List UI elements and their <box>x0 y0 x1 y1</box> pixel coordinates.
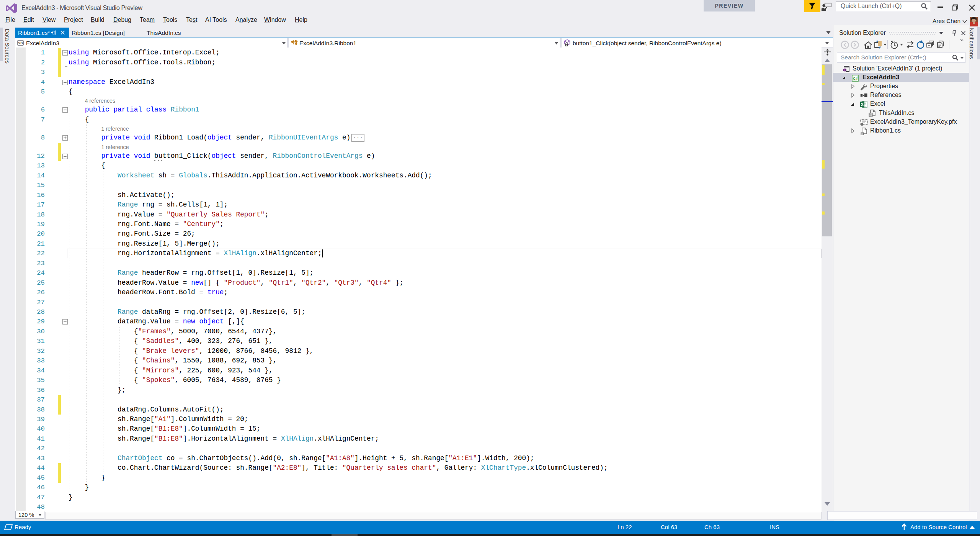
svg-text:C#: C# <box>853 76 858 80</box>
